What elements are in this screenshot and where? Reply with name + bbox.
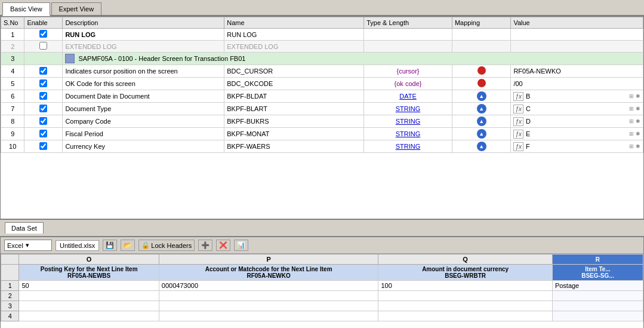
lock-headers-button[interactable]: 🔒 Lock Headers [138, 240, 195, 251]
cell-enable[interactable] [24, 140, 63, 153]
col-header-value: Value [511, 17, 643, 29]
cell-enable[interactable] [24, 115, 63, 128]
grid-icon: ⊞ ✱ [629, 131, 640, 137]
open-button[interactable]: 📂 [121, 240, 135, 251]
cell-enable[interactable] [24, 29, 63, 41]
cell-type [364, 29, 452, 41]
red-dot-icon [477, 79, 486, 87]
list-item: 1500000473000100Postage [1, 281, 643, 291]
ss-row-header: 3 [1, 301, 19, 311]
cell-sno: 5 [1, 78, 24, 90]
cell-mapping: ▲ [452, 90, 510, 103]
table-row: 1RUN LOGRUN LOG [1, 29, 643, 41]
cell-enable[interactable] [24, 65, 63, 78]
save-button[interactable]: 💾 [103, 240, 117, 251]
table-row: 6Document Date in DocumentBKPF-BLDATDATE… [1, 90, 643, 103]
cell-enable[interactable] [24, 78, 63, 90]
table-row: 3SAPMF05A - 0100 - Header Screen for Tra… [1, 53, 643, 65]
ss-data-cell[interactable] [378, 311, 552, 321]
cell-mapping [452, 65, 510, 78]
circle-up-icon: ▲ [477, 142, 486, 151]
col-header-desc: Description [63, 17, 224, 29]
ss-col-R-header: Item Te... BSEG-SG... [552, 265, 643, 281]
cell-sno: 3 [1, 53, 24, 65]
ss-data-cell[interactable] [19, 301, 159, 311]
dataset-section: Data Set [0, 219, 644, 237]
lock-headers-label: Lock Headers [151, 242, 192, 249]
cell-value [511, 29, 643, 41]
fx-icon: ƒx [513, 92, 523, 101]
table-scroll-container[interactable]: S.No Enable Description Name Type & Leng… [1, 17, 643, 219]
cell-enable[interactable] [24, 103, 63, 115]
ss-data-cell[interactable]: Postage [552, 281, 643, 291]
cell-name: BKPF-BUKRS [224, 115, 364, 128]
delete-row-button[interactable]: ❌ [216, 240, 230, 251]
ss-data-cell[interactable] [552, 301, 643, 311]
table-row: 5OK Code for this screenBDC_OKCODE{ok co… [1, 78, 643, 90]
ss-data-cell[interactable]: 100 [378, 281, 552, 291]
ss-row-header: 4 [1, 311, 19, 321]
spreadsheet-area[interactable]: O P Q R Posting Key for the Next Line It… [1, 254, 643, 328]
cell-desc: Indicates cursor position on the screen [63, 65, 224, 78]
ss-data-cell[interactable] [159, 291, 378, 301]
ss-data-cell[interactable]: 50 [19, 281, 159, 291]
screen-icon [65, 54, 75, 63]
circle-up-icon: ▲ [477, 91, 486, 101]
cell-desc: Fiscal Period [63, 128, 224, 140]
cell-name: BKPF-BLART [224, 103, 364, 115]
ss-row-header: 1 [1, 281, 19, 291]
dataset-toolbar: Excel ▾ Untitled.xlsx 💾 📂 🔒 Lock Headers… [1, 237, 643, 254]
col-header-enable: Enable [24, 17, 63, 29]
cell-enable[interactable] [24, 41, 63, 53]
cell-value: ƒx C⊞ ✱ [511, 103, 643, 115]
cell-desc: RUN LOG [63, 29, 224, 41]
ss-data-cell[interactable] [552, 291, 643, 301]
add-row-button[interactable]: ➕ [198, 240, 212, 251]
cell-sno: 9 [1, 128, 24, 140]
cell-mapping: ▲ [452, 103, 510, 115]
cell-sno: 10 [1, 140, 24, 153]
cell-desc: Company Code [63, 115, 224, 128]
table-row: 8Company CodeBKPF-BUKRSSTRING▲ƒx D⊞ ✱ [1, 115, 643, 128]
format-dropdown[interactable]: Excel ▾ [4, 240, 52, 251]
cell-desc: SAPMF05A - 0100 - Header Screen for Tran… [63, 53, 643, 65]
ss-data-cell[interactable]: 0000473000 [159, 281, 378, 291]
ss-subheader-spacer [1, 265, 19, 281]
cell-enable[interactable] [24, 53, 63, 65]
cell-type: STRING [364, 140, 452, 153]
grid-icon: ⊞ ✱ [629, 106, 640, 112]
cell-value: /00 [511, 78, 643, 90]
ss-col-R-letter: R [552, 255, 643, 265]
cell-type: STRING [364, 115, 452, 128]
cell-enable[interactable] [24, 128, 63, 140]
tab-bar: Basic View Expert View [0, 0, 644, 16]
ss-col-P-header: Account or Matchcode for the Next Line I… [159, 265, 378, 281]
spreadsheet-table: O P Q R Posting Key for the Next Line It… [1, 254, 643, 321]
tab-expert[interactable]: Expert View [51, 2, 102, 15]
circle-up-icon: ▲ [477, 117, 486, 126]
col-header-type: Type & Length [364, 17, 452, 29]
ss-data-cell[interactable] [378, 291, 552, 301]
ss-col-Q-letter: Q [378, 255, 552, 265]
ss-data-cell[interactable] [19, 311, 159, 321]
table-row: 10Currency KeyBKPF-WAERSSTRING▲ƒx F⊞ ✱ [1, 140, 643, 153]
cell-sno: 7 [1, 103, 24, 115]
ss-data-cell[interactable] [159, 301, 378, 311]
dataset-tab[interactable]: Data Set [5, 222, 44, 234]
cell-enable[interactable] [24, 90, 63, 103]
fx-icon: ƒx [513, 105, 523, 114]
ss-data-cell[interactable] [159, 311, 378, 321]
tab-basic[interactable]: Basic View [2, 2, 50, 16]
grid-icon: ⊞ ✱ [629, 93, 640, 99]
ss-data-cell[interactable] [19, 291, 159, 301]
ss-data-cell[interactable] [552, 311, 643, 321]
cell-type [364, 41, 452, 53]
cell-sno: 8 [1, 115, 24, 128]
dataset-area: Excel ▾ Untitled.xlsx 💾 📂 🔒 Lock Headers… [0, 237, 644, 328]
cell-value: ƒx B⊞ ✱ [511, 90, 643, 103]
col-header-sno: S.No [1, 17, 24, 29]
ss-data-cell[interactable] [378, 301, 552, 311]
col-header-mapping: Mapping [452, 17, 510, 29]
ss-col-O-header: Posting Key for the Next Line Item RF05A… [19, 265, 159, 281]
export-button[interactable]: 📊 [234, 240, 248, 251]
